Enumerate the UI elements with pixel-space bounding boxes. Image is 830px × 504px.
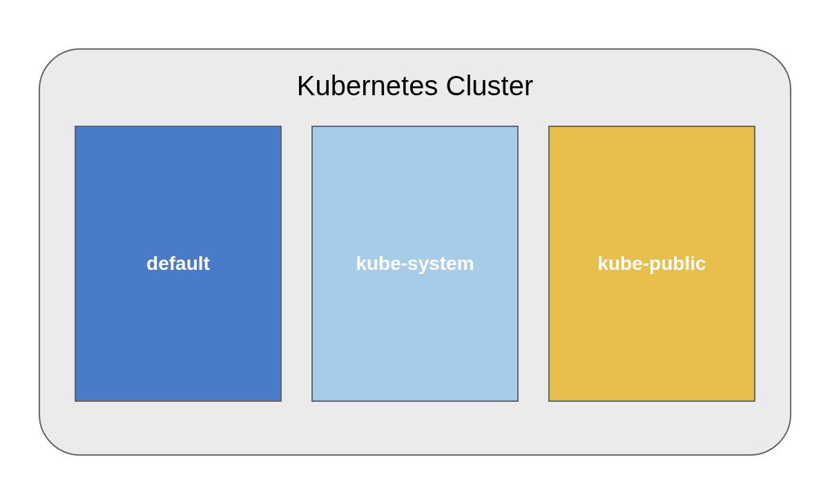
namespaces-row: default kube-system kube-public xyxy=(75,126,755,420)
cluster-container: Kubernetes Cluster default kube-system k… xyxy=(39,48,791,456)
namespace-label: kube-system xyxy=(356,253,474,275)
namespace-kube-system: kube-system xyxy=(311,126,519,402)
cluster-title: Kubernetes Cluster xyxy=(297,70,533,101)
namespace-default: default xyxy=(75,126,282,402)
namespace-label: kube-public xyxy=(597,253,706,275)
namespace-label: default xyxy=(146,253,210,275)
namespace-kube-public: kube-public xyxy=(548,126,755,402)
